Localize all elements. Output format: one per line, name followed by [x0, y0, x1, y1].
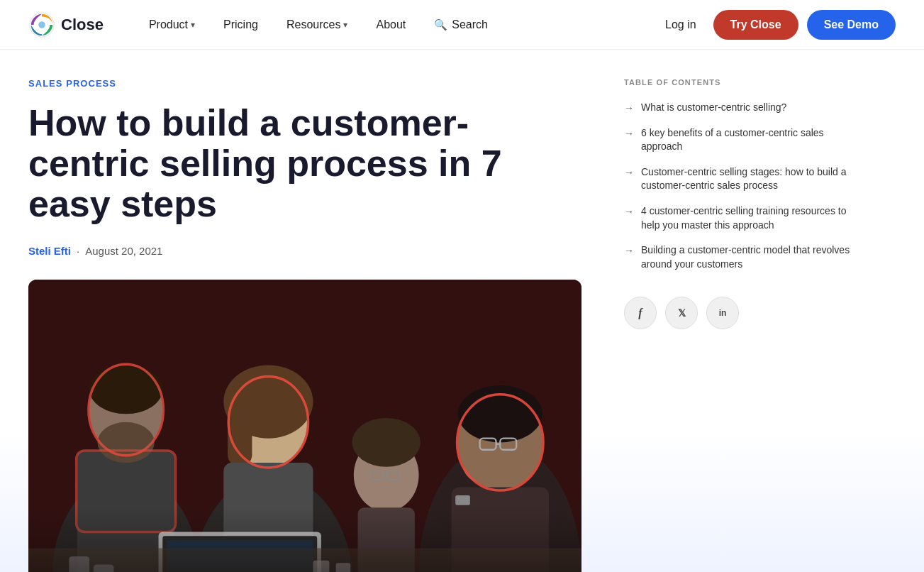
svg-rect-45 [28, 507, 581, 572]
see-demo-button[interactable]: See Demo [807, 10, 896, 40]
svg-point-11 [98, 422, 155, 462]
article-meta: Steli Efti · August 20, 2021 [28, 245, 581, 257]
toc-text-2: 6 key benefits of a customer-centric sal… [641, 126, 851, 154]
toc-text-4: 4 customer-centric selling training reso… [641, 204, 851, 232]
toc-text-3: Customer-centric selling stages: how to … [641, 165, 851, 193]
toc-item-4[interactable]: → 4 customer-centric selling training re… [624, 204, 851, 232]
nav-product[interactable]: Product ▾ [138, 13, 206, 37]
logo-text: Close [61, 16, 104, 34]
nav-links: Product ▾ Pricing Resources ▾ About 🔍 Se… [138, 13, 657, 37]
nav-actions: Log in Try Close See Demo [657, 10, 896, 40]
svg-rect-35 [455, 495, 470, 505]
facebook-share-button[interactable]: f [624, 297, 657, 329]
product-chevron-icon: ▾ [191, 20, 195, 30]
linkedin-share-button[interactable]: in [706, 297, 739, 329]
toc-heading: TABLE OF CONTENTS [624, 78, 851, 87]
svg-point-33 [464, 450, 504, 483]
login-button[interactable]: Log in [657, 13, 705, 37]
svg-point-22 [352, 418, 421, 467]
logo-link[interactable]: Close [28, 11, 104, 38]
facebook-icon: f [638, 307, 642, 319]
hero-image [28, 280, 581, 572]
twitter-icon: 𝕏 [678, 307, 686, 319]
nav-pricing[interactable]: Pricing [212, 13, 269, 37]
toc-list: → What is customer-centric selling? → 6 … [624, 101, 851, 271]
toc-arrow-icon-4: → [624, 206, 634, 217]
toc-item-1[interactable]: → What is customer-centric selling? [624, 101, 851, 115]
nav-about[interactable]: About [364, 13, 417, 37]
article-area: SALES PROCESS How to build a customer-ce… [28, 50, 581, 572]
toc-arrow-icon-3: → [624, 167, 634, 178]
toc-arrow-icon-1: → [624, 102, 634, 114]
page-content: SALES PROCESS How to build a customer-ce… [0, 50, 924, 572]
svg-point-2 [38, 21, 45, 28]
svg-rect-18 [228, 402, 252, 467]
twitter-share-button[interactable]: 𝕏 [665, 297, 698, 329]
article-date-separator: · [77, 245, 79, 257]
navbar: Close Product ▾ Pricing Resources ▾ Abou… [0, 0, 924, 50]
toc-arrow-icon-5: → [624, 245, 634, 256]
toc-text-1: What is customer-centric selling? [641, 101, 786, 115]
logo-icon [28, 11, 55, 38]
article-date: August 20, 2021 [85, 245, 162, 257]
nav-resources[interactable]: Resources ▾ [275, 13, 359, 37]
search-icon: 🔍 [434, 18, 447, 31]
svg-point-12 [89, 365, 162, 414]
article-title: How to build a customer-centric selling … [28, 103, 511, 225]
sidebar: TABLE OF CONTENTS → What is customer-cen… [624, 50, 851, 572]
social-share: f 𝕏 in [624, 297, 851, 329]
try-close-button[interactable]: Try Close [713, 10, 798, 40]
toc-item-2[interactable]: → 6 key benefits of a customer-centric s… [624, 126, 851, 154]
toc-item-3[interactable]: → Customer-centric selling stages: how t… [624, 165, 851, 193]
category-label: SALES PROCESS [28, 78, 581, 89]
author-name[interactable]: Steli Efti [28, 245, 71, 257]
toc-text-5: Building a customer-centric model that r… [641, 243, 851, 271]
linkedin-icon: in [719, 308, 727, 318]
toc-item-5[interactable]: → Building a customer-centric model that… [624, 243, 851, 271]
toc-arrow-icon-2: → [624, 128, 634, 139]
resources-chevron-icon: ▾ [343, 20, 347, 30]
nav-search[interactable]: 🔍 Search [423, 13, 499, 37]
